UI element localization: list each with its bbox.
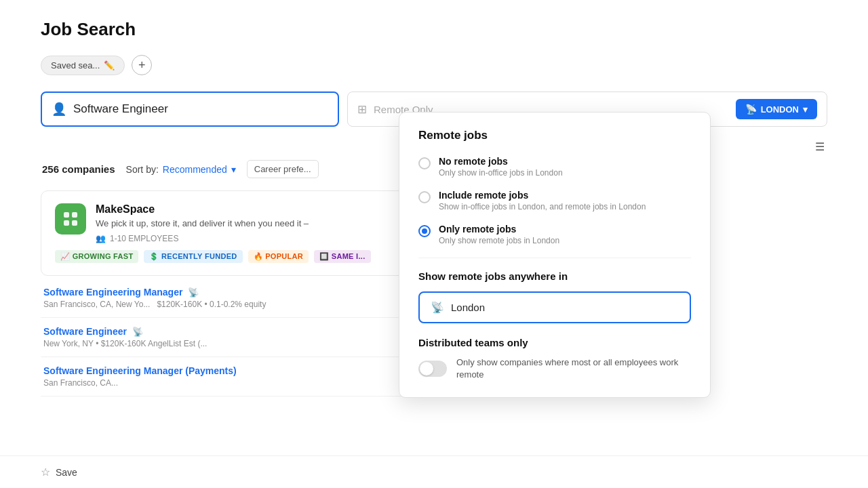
career-preferences-button[interactable]: Career prefe... bbox=[247, 160, 319, 178]
include-remote-desc: Show in-office jobs in London, and remot… bbox=[439, 202, 646, 211]
london-button[interactable]: 📡 LONDON ▾ bbox=[736, 99, 817, 119]
job-title: Software Engineer bbox=[43, 326, 127, 337]
company-logo bbox=[55, 203, 86, 235]
grid-icon: ⊞ bbox=[357, 102, 367, 117]
list-item[interactable]: Software Engineering Manager 📡 San Franc… bbox=[41, 279, 407, 318]
only-remote-radio[interactable] bbox=[418, 225, 431, 237]
divider bbox=[418, 258, 691, 258]
person-icon: 👤 bbox=[52, 102, 66, 117]
no-remote-desc: Only show in-office jobs in London bbox=[439, 168, 563, 178]
distributed-toggle[interactable] bbox=[418, 361, 447, 377]
tag-popular: 🔥 POPULAR bbox=[248, 250, 309, 263]
only-remote-option[interactable]: Only remote jobs Only show remote jobs i… bbox=[418, 224, 691, 245]
saved-search-bar: Saved sea... ✏️ + bbox=[41, 55, 827, 75]
company-meta: 👥 1-10 EMPLOYEES bbox=[96, 234, 309, 243]
tags-row: 📈 GROWING FAST 💲 RECENTLY FUNDED 🔥 POPUL… bbox=[55, 250, 393, 263]
svg-rect-0 bbox=[64, 212, 69, 218]
list-item[interactable]: Software Engineer 📡 New York, NY • $120K… bbox=[41, 318, 407, 357]
filter-icon: ☰ bbox=[815, 141, 825, 152]
distributed-teams-title: Distributed teams only bbox=[418, 337, 691, 348]
london-input-value: London bbox=[451, 302, 485, 313]
job-details: San Francisco, CA... bbox=[43, 378, 404, 388]
page-title: Job Search bbox=[41, 19, 827, 40]
svg-rect-2 bbox=[64, 220, 69, 226]
star-icon: ☆ bbox=[41, 466, 50, 479]
list-item[interactable]: Software Engineering Manager (Payments) … bbox=[41, 357, 407, 396]
sort-by-label: Sort by: Recommended ▾ bbox=[126, 164, 236, 175]
only-remote-desc: Only show remote jobs in London bbox=[439, 236, 559, 245]
include-remote-radio[interactable] bbox=[418, 191, 431, 203]
no-remote-radio[interactable] bbox=[418, 157, 431, 169]
saved-search-label: Saved sea... bbox=[51, 60, 100, 70]
job-details: San Francisco, CA, New Yo... $120K-160K … bbox=[43, 300, 404, 309]
remote-badge: 📡 bbox=[132, 327, 143, 337]
distributed-description: Only show companies where most or all em… bbox=[456, 357, 691, 381]
edit-icon[interactable]: ✏️ bbox=[104, 60, 115, 70]
add-search-button[interactable]: + bbox=[132, 55, 152, 75]
tag-same-industry: 🔲 SAME I... bbox=[314, 250, 370, 263]
london-btn-label: LONDON bbox=[761, 104, 799, 115]
tag-recently-funded: 💲 RECENTLY FUNDED bbox=[144, 250, 242, 263]
london-input-box[interactable]: 📡 London bbox=[418, 291, 691, 323]
remote-jobs-title: Remote jobs bbox=[418, 129, 691, 142]
employees-icon: 👥 bbox=[96, 234, 106, 243]
toggle-knob bbox=[420, 362, 433, 375]
remote-jobs-dropdown: Remote jobs No remote jobs Only show in-… bbox=[399, 112, 711, 398]
job-title: Software Engineering Manager bbox=[43, 287, 182, 298]
no-remote-label: No remote jobs bbox=[439, 156, 563, 167]
saved-search-pill[interactable]: Saved sea... ✏️ bbox=[41, 56, 125, 75]
employees-count: 1-10 EMPLOYEES bbox=[110, 234, 178, 243]
job-listings: Software Engineering Manager 📡 San Franc… bbox=[41, 279, 407, 396]
company-description: We pick it up, store it, and deliver it … bbox=[96, 218, 309, 230]
distributed-row: Only show companies where most or all em… bbox=[418, 357, 691, 381]
company-info: MakeSpace We pick it up, store it, and d… bbox=[96, 203, 309, 243]
svg-rect-3 bbox=[72, 220, 77, 226]
sort-chevron-icon: ▾ bbox=[231, 164, 236, 175]
job-details: New York, NY • $120K-160K AngelList Est … bbox=[43, 339, 404, 348]
include-remote-label: Include remote jobs bbox=[439, 190, 646, 201]
only-remote-label: Only remote jobs bbox=[439, 224, 559, 235]
job-search-input-box[interactable]: 👤 bbox=[41, 92, 339, 127]
companies-count: 256 companies bbox=[42, 163, 115, 175]
filter-button[interactable]: ☰ bbox=[815, 140, 825, 153]
company-name: MakeSpace bbox=[96, 203, 309, 216]
job-title: Software Engineering Manager (Payments) bbox=[43, 365, 237, 376]
save-bar: ☆ Save bbox=[0, 455, 868, 488]
tag-growing-fast: 📈 GROWING FAST bbox=[55, 250, 138, 263]
chevron-down-icon: ▾ bbox=[803, 104, 808, 115]
include-remote-option[interactable]: Include remote jobs Show in-office jobs … bbox=[418, 190, 691, 211]
show-remote-title: Show remote jobs anywhere in bbox=[418, 270, 691, 282]
company-card: MakeSpace We pick it up, store it, and d… bbox=[41, 190, 407, 276]
job-search-input[interactable] bbox=[73, 102, 328, 116]
sort-value[interactable]: Recommended bbox=[163, 164, 227, 175]
remote-badge: 📡 bbox=[188, 287, 199, 298]
signal-icon-blue: 📡 bbox=[431, 301, 444, 314]
save-label[interactable]: Save bbox=[56, 467, 77, 478]
signal-icon: 📡 bbox=[745, 104, 757, 115]
company-header: MakeSpace We pick it up, store it, and d… bbox=[55, 203, 393, 243]
no-remote-option[interactable]: No remote jobs Only show in-office jobs … bbox=[418, 156, 691, 178]
svg-rect-1 bbox=[72, 212, 77, 218]
